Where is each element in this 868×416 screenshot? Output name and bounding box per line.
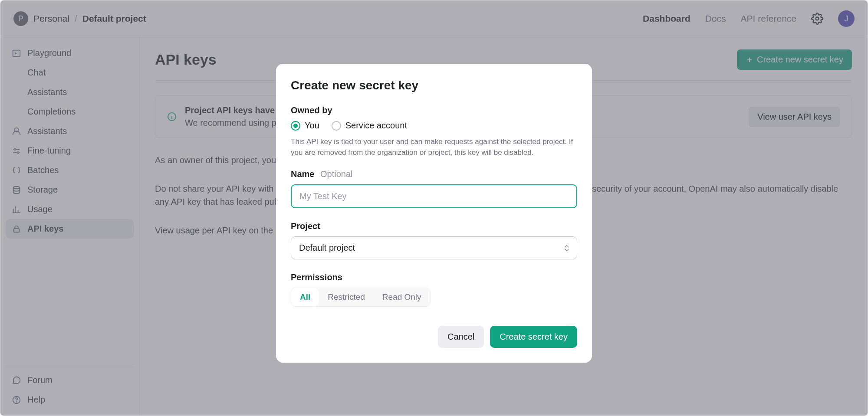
modal-title: Create new secret key (291, 79, 577, 92)
perm-readonly[interactable]: Read Only (374, 288, 430, 306)
perm-all[interactable]: All (291, 288, 319, 307)
name-optional: Optional (320, 169, 353, 179)
project-label: Project (291, 221, 577, 231)
project-select[interactable]: Default project (291, 236, 577, 259)
radio-service-account[interactable]: Service account (332, 121, 407, 131)
permissions-label: Permissions (291, 272, 577, 282)
radio-you-label: You (305, 121, 319, 131)
name-label: Name Optional (291, 169, 577, 179)
owned-by-helper: This API key is tied to your user and ca… (291, 137, 577, 158)
permissions-segment: All Restricted Read Only (291, 288, 431, 307)
cancel-button[interactable]: Cancel (438, 326, 484, 348)
create-secret-key-button[interactable]: Create secret key (490, 326, 577, 348)
chevron-updown-icon (565, 245, 569, 251)
modal-overlay[interactable]: Create new secret key Owned by You Servi… (0, 0, 868, 416)
project-select-value: Default project (299, 243, 355, 253)
owned-by-label: Owned by (291, 105, 577, 115)
radio-service-label: Service account (345, 121, 407, 131)
perm-restricted[interactable]: Restricted (319, 288, 374, 306)
create-key-modal: Create new secret key Owned by You Servi… (276, 64, 592, 363)
radio-you[interactable]: You (291, 121, 319, 131)
key-name-input[interactable] (291, 184, 577, 208)
